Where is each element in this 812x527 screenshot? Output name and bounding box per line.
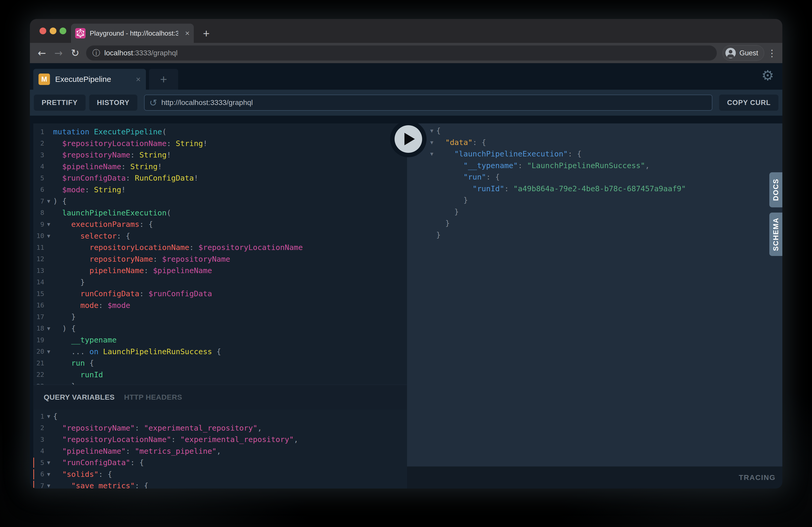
code-text: $pipelineName: String! (53, 161, 162, 172)
code-line: 3 $repositoryName: String! (33, 149, 407, 161)
session-tab-title: ExecutePipeline (55, 75, 111, 84)
fold-arrow-icon[interactable]: ▾ (44, 471, 53, 478)
fold-arrow-icon[interactable]: ▾ (427, 150, 436, 157)
code-text: $repositoryLocationName: String! (53, 138, 207, 149)
browser-menu-icon[interactable]: ⋮ (764, 48, 780, 59)
new-session-tab-button[interactable]: + (149, 69, 178, 90)
line-number: 4 (33, 163, 44, 170)
traffic-minimize-button[interactable] (50, 28, 56, 34)
execute-button[interactable] (390, 121, 426, 157)
graphql-favicon-icon (75, 28, 86, 39)
schema-side-tab[interactable]: SCHEMA (769, 213, 782, 256)
history-button[interactable]: HISTORY (89, 94, 137, 111)
response-footer: TRACING (407, 466, 782, 488)
code-line: 16 mode: $mode (33, 300, 407, 311)
line-number: 5 (33, 175, 44, 182)
site-info-icon[interactable]: ⓘ (92, 48, 100, 59)
response-line: } (427, 229, 782, 241)
docs-side-tab[interactable]: DOCS (769, 172, 782, 207)
code-text: "run": { (436, 171, 499, 183)
code-text: mutation ExecutePipeline( (53, 126, 167, 138)
play-icon (394, 125, 422, 153)
line-number: 6 (33, 186, 44, 193)
back-icon[interactable]: ← (33, 47, 50, 59)
tab-query-variables[interactable]: QUERY VARIABLES (44, 393, 115, 402)
code-text: ) { (53, 195, 67, 207)
fold-arrow-icon[interactable]: ▾ (427, 139, 436, 146)
restore-endpoint-icon[interactable]: ↺ (149, 97, 157, 108)
fold-arrow-icon[interactable]: ▾ (44, 232, 53, 240)
code-text: ) { (53, 323, 76, 334)
fold-arrow-icon[interactable]: ▾ (44, 348, 53, 355)
code-line: 5▾ "runConfigData": { (33, 457, 407, 468)
response-line: "runId": "a49b864a-79e2-4be8-b78c-687457… (427, 183, 782, 195)
response-line: "run": { (427, 171, 782, 183)
line-number: 1 (33, 128, 44, 136)
line-number: 17 (33, 313, 44, 321)
session-close-icon[interactable]: × (136, 75, 141, 84)
line-number: 2 (33, 139, 44, 147)
fold-arrow-icon[interactable]: ▾ (44, 413, 53, 420)
fold-arrow-icon[interactable]: ▾ (44, 482, 53, 488)
code-text: "__typename": "LaunchPipelineRunSuccess"… (436, 160, 650, 171)
code-line: 20▾ ... on LaunchPipelineRunSuccess { (33, 346, 407, 358)
code-line: 21 run { (33, 357, 407, 369)
fold-arrow-icon[interactable]: ▾ (44, 325, 53, 332)
code-text: run { (53, 357, 94, 369)
copy-curl-button[interactable]: COPY CURL (719, 94, 779, 111)
browser-tab-title: Playground - http://localhost:3 (90, 29, 178, 37)
response-viewer: ▾{▾ "data": {▾ "launchPipelineExecution"… (407, 123, 782, 466)
code-text: { (436, 125, 440, 137)
code-line: 4 $pipelineName: String! (33, 161, 407, 172)
code-text: selector: { (53, 230, 130, 242)
code-line: 2 "repositoryName": "experimental_reposi… (33, 422, 407, 434)
line-number: 6 (33, 470, 44, 478)
tab-close-icon[interactable]: × (185, 29, 190, 37)
fold-arrow-icon[interactable]: ▾ (427, 127, 436, 134)
person-icon (725, 48, 736, 58)
code-line: 7▾) { (33, 195, 407, 207)
code-line: 6▾ "solids": { (33, 468, 407, 480)
code-line: 1▾{ (33, 410, 407, 422)
code-text: runId (53, 369, 103, 381)
line-number: 13 (33, 267, 44, 274)
session-tab-executepipeline[interactable]: M ExecutePipeline × (33, 69, 146, 90)
code-text: } (436, 194, 468, 206)
response-line: } (427, 217, 782, 229)
code-text: "pipelineName": "metrics_pipeline", (53, 446, 221, 457)
browser-tab[interactable]: Playground - http://localhost:3 × (71, 24, 194, 43)
profile-button[interactable]: Guest (723, 45, 764, 61)
docs-label: DOCS (772, 179, 780, 201)
endpoint-input[interactable]: ↺ http://localhost:3333/graphql (144, 94, 712, 111)
line-number: 18 (33, 325, 44, 332)
response-line: } (427, 194, 782, 206)
response-line: ▾ "launchPipelineExecution": { (427, 148, 782, 160)
code-line: 15 runConfigData: $runConfigData (33, 288, 407, 300)
response-line: ▾ "data": { (427, 137, 782, 148)
settings-gear-icon[interactable]: ⚙ (762, 67, 774, 84)
line-number: 7 (33, 482, 44, 488)
forward-icon[interactable]: → (50, 47, 67, 59)
code-line: 13 pipelineName: $pipelineName (33, 265, 407, 276)
traffic-close-button[interactable] (40, 28, 46, 34)
code-text: ... on LaunchPipelineRunSuccess { (53, 346, 221, 358)
tracing-label[interactable]: TRACING (739, 473, 775, 482)
url-bar[interactable]: ⓘ localhost:3333/graphql (86, 45, 717, 61)
prettify-button[interactable]: PRETTIFY (34, 94, 86, 111)
reload-icon[interactable]: ↻ (67, 47, 84, 59)
code-text: repositoryName: $repositoryName (53, 253, 230, 265)
traffic-zoom-button[interactable] (60, 28, 66, 34)
line-number: 7 (33, 197, 44, 205)
code-text: "repositoryLocationName": "experimental_… (53, 434, 298, 446)
fold-arrow-icon[interactable]: ▾ (44, 459, 53, 466)
new-tab-button[interactable]: + (200, 27, 213, 40)
tab-http-headers[interactable]: HTTP HEADERS (124, 393, 182, 402)
line-number: 3 (33, 436, 44, 443)
fold-arrow-icon[interactable]: ▾ (44, 221, 53, 228)
code-line: 17 } (33, 311, 407, 323)
variables-editor[interactable]: 1▾{2 "repositoryName": "experimental_rep… (33, 409, 407, 488)
code-line: 2 $repositoryLocationName: String! (33, 138, 407, 149)
query-editor[interactable]: 1mutation ExecutePipeline(2 $repositoryL… (33, 123, 407, 385)
fold-arrow-icon[interactable]: ▾ (44, 197, 53, 205)
code-text: $repositoryName: String! (53, 149, 171, 161)
